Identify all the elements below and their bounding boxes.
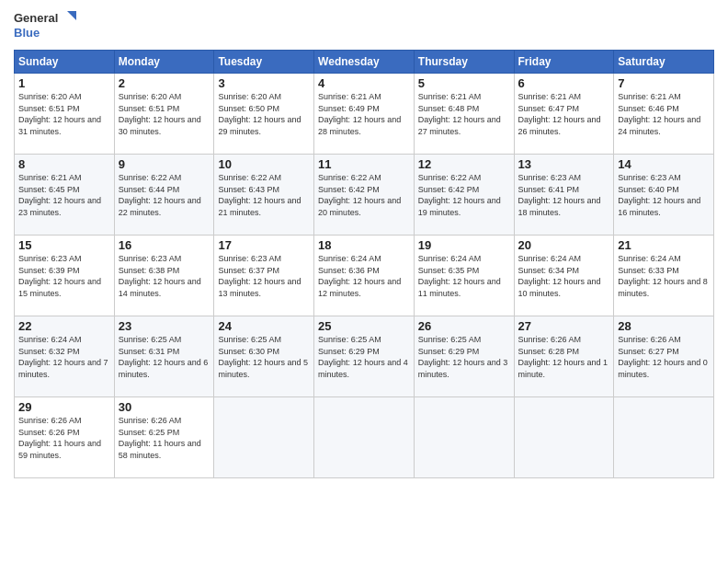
- day-number: 17: [218, 238, 310, 252]
- day-cell: 15 Sunrise: 6:23 AM Sunset: 6:39 PM Dayl…: [15, 236, 115, 316]
- day-number: 23: [119, 319, 210, 333]
- day-number: 4: [318, 76, 410, 90]
- day-number: 20: [518, 238, 610, 252]
- day-info: Sunrise: 6:24 AM Sunset: 6:36 PM Dayligh…: [318, 253, 410, 299]
- day-info: Sunrise: 6:26 AM Sunset: 6:28 PM Dayligh…: [518, 334, 610, 380]
- day-cell: 23 Sunrise: 6:25 AM Sunset: 6:31 PM Dayl…: [114, 316, 214, 397]
- day-number: 14: [618, 157, 710, 171]
- day-info: Sunrise: 6:21 AM Sunset: 6:48 PM Dayligh…: [418, 91, 510, 137]
- calendar: SundayMondayTuesdayWednesdayThursdayFrid…: [14, 50, 714, 478]
- day-info: Sunrise: 6:22 AM Sunset: 6:43 PM Dayligh…: [218, 172, 310, 218]
- day-cell: [514, 397, 614, 478]
- day-info: Sunrise: 6:24 AM Sunset: 6:34 PM Dayligh…: [518, 253, 610, 299]
- day-number: 30: [119, 400, 210, 414]
- day-cell: 7 Sunrise: 6:21 AM Sunset: 6:46 PM Dayli…: [614, 74, 714, 155]
- day-info: Sunrise: 6:26 AM Sunset: 6:27 PM Dayligh…: [618, 334, 710, 380]
- day-cell: 18 Sunrise: 6:24 AM Sunset: 6:36 PM Dayl…: [314, 236, 415, 316]
- day-cell: 5 Sunrise: 6:21 AM Sunset: 6:48 PM Dayli…: [414, 74, 514, 155]
- day-info: Sunrise: 6:24 AM Sunset: 6:32 PM Dayligh…: [18, 334, 110, 380]
- day-info: Sunrise: 6:22 AM Sunset: 6:44 PM Dayligh…: [119, 172, 210, 218]
- weekday-header-thursday: Thursday: [414, 51, 514, 74]
- day-cell: 27 Sunrise: 6:26 AM Sunset: 6:28 PM Dayl…: [514, 316, 614, 397]
- day-number: 27: [518, 319, 610, 333]
- day-cell: 10 Sunrise: 6:22 AM Sunset: 6:43 PM Dayl…: [214, 155, 314, 236]
- svg-text:Blue: Blue: [14, 26, 40, 40]
- day-info: Sunrise: 6:21 AM Sunset: 6:46 PM Dayligh…: [618, 91, 710, 137]
- week-row-2: 8 Sunrise: 6:21 AM Sunset: 6:45 PM Dayli…: [15, 155, 714, 236]
- logo: General Blue: [14, 9, 78, 42]
- day-cell: 25 Sunrise: 6:25 AM Sunset: 6:29 PM Dayl…: [314, 316, 415, 397]
- day-cell: [214, 397, 314, 478]
- day-cell: [314, 397, 415, 478]
- day-info: Sunrise: 6:20 AM Sunset: 6:51 PM Dayligh…: [119, 91, 210, 137]
- day-info: Sunrise: 6:23 AM Sunset: 6:40 PM Dayligh…: [618, 172, 710, 218]
- day-number: 18: [318, 238, 410, 252]
- weekday-header-row: SundayMondayTuesdayWednesdayThursdayFrid…: [15, 51, 714, 74]
- header: General Blue: [14, 9, 714, 42]
- day-number: 12: [418, 157, 510, 171]
- day-info: Sunrise: 6:25 AM Sunset: 6:29 PM Dayligh…: [418, 334, 510, 380]
- day-info: Sunrise: 6:24 AM Sunset: 6:35 PM Dayligh…: [418, 253, 510, 299]
- week-row-5: 29 Sunrise: 6:26 AM Sunset: 6:26 PM Dayl…: [15, 397, 714, 478]
- day-info: Sunrise: 6:23 AM Sunset: 6:41 PM Dayligh…: [518, 172, 610, 218]
- day-number: 10: [218, 157, 310, 171]
- day-cell: 16 Sunrise: 6:23 AM Sunset: 6:38 PM Dayl…: [114, 236, 214, 316]
- day-number: 24: [218, 319, 310, 333]
- day-number: 29: [18, 400, 110, 414]
- day-info: Sunrise: 6:25 AM Sunset: 6:30 PM Dayligh…: [218, 334, 310, 380]
- day-cell: 24 Sunrise: 6:25 AM Sunset: 6:30 PM Dayl…: [214, 316, 314, 397]
- day-number: 3: [218, 76, 310, 90]
- day-number: 6: [518, 76, 610, 90]
- day-number: 16: [119, 238, 210, 252]
- day-info: Sunrise: 6:23 AM Sunset: 6:38 PM Dayligh…: [119, 253, 210, 299]
- day-number: 9: [119, 157, 210, 171]
- page: General Blue SundayMondayTuesdayWednesda…: [0, 0, 728, 563]
- day-number: 25: [318, 319, 410, 333]
- day-cell: 13 Sunrise: 6:23 AM Sunset: 6:41 PM Dayl…: [514, 155, 614, 236]
- day-number: 7: [618, 76, 710, 90]
- day-info: Sunrise: 6:24 AM Sunset: 6:33 PM Dayligh…: [618, 253, 710, 299]
- day-info: Sunrise: 6:22 AM Sunset: 6:42 PM Dayligh…: [418, 172, 510, 218]
- day-number: 5: [418, 76, 510, 90]
- day-cell: 17 Sunrise: 6:23 AM Sunset: 6:37 PM Dayl…: [214, 236, 314, 316]
- day-cell: [614, 397, 714, 478]
- day-number: 19: [418, 238, 510, 252]
- day-cell: 20 Sunrise: 6:24 AM Sunset: 6:34 PM Dayl…: [514, 236, 614, 316]
- day-cell: 28 Sunrise: 6:26 AM Sunset: 6:27 PM Dayl…: [614, 316, 714, 397]
- day-number: 15: [18, 238, 110, 252]
- day-cell: 12 Sunrise: 6:22 AM Sunset: 6:42 PM Dayl…: [414, 155, 514, 236]
- week-row-4: 22 Sunrise: 6:24 AM Sunset: 6:32 PM Dayl…: [15, 316, 714, 397]
- day-cell: 29 Sunrise: 6:26 AM Sunset: 6:26 PM Dayl…: [15, 397, 115, 478]
- day-info: Sunrise: 6:21 AM Sunset: 6:49 PM Dayligh…: [318, 91, 410, 137]
- day-info: Sunrise: 6:22 AM Sunset: 6:42 PM Dayligh…: [318, 172, 410, 218]
- day-number: 11: [318, 157, 410, 171]
- weekday-header-saturday: Saturday: [614, 51, 714, 74]
- day-cell: 19 Sunrise: 6:24 AM Sunset: 6:35 PM Dayl…: [414, 236, 514, 316]
- day-cell: 9 Sunrise: 6:22 AM Sunset: 6:44 PM Dayli…: [114, 155, 214, 236]
- day-info: Sunrise: 6:20 AM Sunset: 6:51 PM Dayligh…: [18, 91, 110, 137]
- day-number: 21: [618, 238, 710, 252]
- day-cell: 21 Sunrise: 6:24 AM Sunset: 6:33 PM Dayl…: [614, 236, 714, 316]
- day-cell: 1 Sunrise: 6:20 AM Sunset: 6:51 PM Dayli…: [15, 74, 115, 155]
- day-cell: [414, 397, 514, 478]
- day-cell: 8 Sunrise: 6:21 AM Sunset: 6:45 PM Dayli…: [15, 155, 115, 236]
- day-cell: 26 Sunrise: 6:25 AM Sunset: 6:29 PM Dayl…: [414, 316, 514, 397]
- day-cell: 22 Sunrise: 6:24 AM Sunset: 6:32 PM Dayl…: [15, 316, 115, 397]
- day-cell: 14 Sunrise: 6:23 AM Sunset: 6:40 PM Dayl…: [614, 155, 714, 236]
- day-number: 8: [18, 157, 110, 171]
- logo-svg: General Blue: [14, 9, 78, 42]
- svg-marker-2: [67, 11, 76, 20]
- day-cell: 2 Sunrise: 6:20 AM Sunset: 6:51 PM Dayli…: [114, 74, 214, 155]
- day-info: Sunrise: 6:23 AM Sunset: 6:37 PM Dayligh…: [218, 253, 310, 299]
- day-info: Sunrise: 6:26 AM Sunset: 6:25 PM Dayligh…: [119, 415, 210, 461]
- day-cell: 3 Sunrise: 6:20 AM Sunset: 6:50 PM Dayli…: [214, 74, 314, 155]
- weekday-header-friday: Friday: [514, 51, 614, 74]
- day-cell: 6 Sunrise: 6:21 AM Sunset: 6:47 PM Dayli…: [514, 74, 614, 155]
- weekday-header-monday: Monday: [114, 51, 214, 74]
- day-info: Sunrise: 6:21 AM Sunset: 6:47 PM Dayligh…: [518, 91, 610, 137]
- day-info: Sunrise: 6:21 AM Sunset: 6:45 PM Dayligh…: [18, 172, 110, 218]
- week-row-3: 15 Sunrise: 6:23 AM Sunset: 6:39 PM Dayl…: [15, 236, 714, 316]
- day-cell: 4 Sunrise: 6:21 AM Sunset: 6:49 PM Dayli…: [314, 74, 415, 155]
- weekday-header-sunday: Sunday: [15, 51, 115, 74]
- svg-text:General: General: [14, 11, 58, 25]
